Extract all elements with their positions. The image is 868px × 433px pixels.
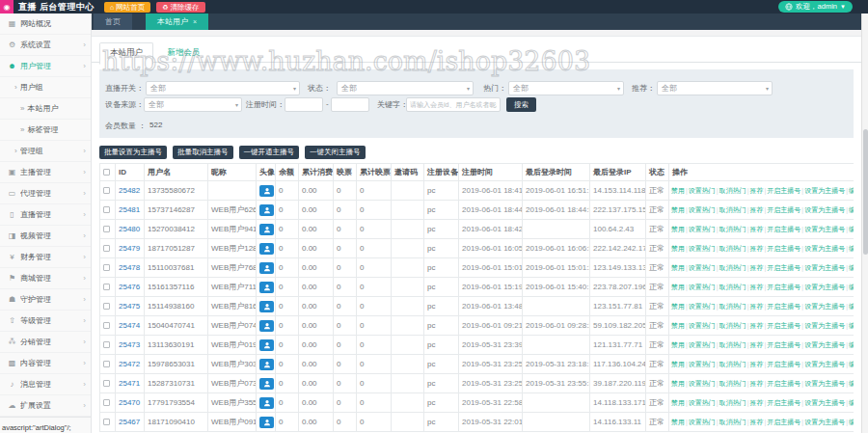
op-link-1[interactable]: 设置热门 [689, 361, 716, 367]
op-link-6[interactable]: 编辑 [849, 303, 854, 310]
row-checkbox[interactable] [103, 399, 110, 406]
avatar[interactable] [259, 262, 274, 274]
sidebar-item-标签管理[interactable]: »标签管理 [0, 120, 91, 141]
subtab-add-member[interactable]: 新增会员 [157, 43, 209, 64]
op-link-3[interactable]: 推荐 [749, 226, 763, 232]
op-link-0[interactable]: 禁用 [671, 361, 685, 367]
tab-current-page[interactable]: 本站用户× [146, 14, 208, 30]
op-link-6[interactable]: 编辑 [849, 245, 854, 252]
op-link-0[interactable]: 禁用 [671, 399, 685, 406]
row-checkbox[interactable] [103, 226, 110, 232]
op-link-5[interactable]: 设置为主播号 [804, 419, 845, 425]
op-link-2[interactable]: 取消热门 [719, 380, 746, 387]
avatar[interactable] [259, 282, 274, 293]
op-link-3[interactable]: 推荐 [749, 341, 763, 348]
subtab-site-users[interactable]: 本站用户 [99, 42, 153, 65]
op-link-6[interactable]: 编辑 [849, 206, 854, 213]
op-link-6[interactable]: 编辑 [849, 419, 854, 425]
op-link-1[interactable]: 设置热门 [689, 245, 716, 252]
row-checkbox[interactable] [103, 206, 110, 213]
op-link-6[interactable]: 编辑 [849, 264, 854, 271]
op-link-5[interactable]: 设置为主播号 [804, 380, 845, 387]
op-link-1[interactable]: 设置热门 [689, 322, 716, 329]
op-link-3[interactable]: 推荐 [749, 187, 763, 194]
op-link-4[interactable]: 开启主播号 [767, 341, 800, 348]
op-link-2[interactable]: 取消热门 [719, 361, 746, 367]
op-link-3[interactable]: 推荐 [749, 419, 763, 425]
op-link-3[interactable]: 推荐 [749, 264, 763, 271]
row-checkbox[interactable] [103, 419, 110, 425]
op-link-4[interactable]: 开启主播号 [767, 245, 800, 252]
op-link-6[interactable]: 编辑 [849, 322, 854, 329]
op-link-5[interactable]: 设置为主播号 [804, 322, 845, 329]
select-all-checkbox[interactable] [103, 169, 110, 176]
sidebar-item-level[interactable]: ⇧等级管理› [0, 311, 91, 332]
sidebar-item-anchor[interactable]: ▣主播管理› [0, 162, 91, 183]
keyword-input[interactable] [406, 97, 501, 112]
op-link-3[interactable]: 推荐 [749, 322, 763, 329]
op-link-0[interactable]: 禁用 [671, 226, 685, 232]
sidebar-item-shop[interactable]: ⚑商城管理› [0, 268, 91, 289]
op-link-0[interactable]: 禁用 [671, 303, 685, 310]
op-link-6[interactable]: 编辑 [849, 380, 854, 387]
op-link-2[interactable]: 取消热门 [719, 322, 746, 329]
op-link-0[interactable]: 禁用 [671, 206, 685, 213]
op-link-5[interactable]: 设置为主播号 [804, 187, 845, 194]
sidebar-item-管理组[interactable]: ›管理组› [0, 141, 91, 162]
sidebar-item-本站用户[interactable]: »本站用户 [0, 98, 91, 120]
sidebar-item-bell[interactable]: ♪消息管理› [0, 374, 91, 395]
op-link-5[interactable]: 设置为主播号 [804, 206, 845, 213]
device-select[interactable]: 全部▾ [144, 97, 242, 112]
avatar[interactable] [259, 378, 274, 390]
avatar[interactable] [259, 204, 274, 216]
sidebar-item-用户组[interactable]: ›用户组 [0, 77, 91, 98]
op-link-1[interactable]: 设置热门 [689, 399, 716, 406]
batch-button-2[interactable]: 一键开通主播号 [239, 146, 300, 159]
op-link-0[interactable]: 禁用 [671, 284, 685, 290]
op-link-6[interactable]: 编辑 [849, 187, 854, 194]
op-link-2[interactable]: 取消热门 [719, 341, 746, 348]
regtime-end-input[interactable] [331, 97, 369, 112]
sidebar-item-users[interactable]: ☻用户管理› [0, 56, 91, 77]
op-link-5[interactable]: 设置为主播号 [804, 341, 845, 348]
row-checkbox[interactable] [103, 341, 110, 348]
op-link-0[interactable]: 禁用 [671, 380, 685, 387]
op-link-2[interactable]: 取消热门 [719, 264, 746, 271]
op-link-4[interactable]: 开启主播号 [767, 187, 800, 194]
switch-select[interactable]: 全部▾ [146, 81, 300, 95]
op-link-4[interactable]: 开启主播号 [767, 419, 800, 425]
op-link-6[interactable]: 编辑 [849, 341, 854, 348]
op-link-1[interactable]: 设置热门 [689, 303, 716, 310]
clear-cache-button[interactable]: ♻清除缓存 [156, 2, 204, 13]
row-checkbox[interactable] [103, 361, 110, 367]
op-link-1[interactable]: 设置热门 [689, 264, 716, 271]
batch-button-1[interactable]: 批量取消主播号 [173, 146, 233, 159]
search-button[interactable]: 搜索 [506, 97, 536, 112]
op-link-4[interactable]: 开启主播号 [767, 303, 800, 310]
sidebar-item-finance[interactable]: ¥财务管理› [0, 247, 91, 268]
op-link-1[interactable]: 设置热门 [689, 341, 716, 348]
avatar[interactable] [259, 417, 274, 428]
op-link-1[interactable]: 设置热门 [689, 187, 716, 194]
op-link-0[interactable]: 禁用 [671, 187, 685, 194]
op-link-2[interactable]: 取消热门 [719, 187, 746, 194]
op-link-3[interactable]: 推荐 [749, 245, 763, 252]
avatar[interactable] [259, 359, 274, 370]
batch-button-0[interactable]: 批量设置为主播号 [99, 146, 167, 159]
status-select[interactable]: 全部▾ [337, 81, 474, 95]
avatar[interactable] [259, 243, 274, 255]
op-link-0[interactable]: 禁用 [671, 341, 685, 348]
row-checkbox[interactable] [103, 284, 110, 290]
op-link-4[interactable]: 开启主播号 [767, 399, 800, 406]
op-link-6[interactable]: 编辑 [849, 361, 854, 367]
op-link-0[interactable]: 禁用 [671, 322, 685, 329]
avatar[interactable] [259, 339, 274, 351]
op-link-0[interactable]: 禁用 [671, 419, 685, 425]
recommend-select[interactable]: 全部▾ [657, 81, 773, 95]
op-link-1[interactable]: 设置热门 [689, 284, 716, 290]
op-link-2[interactable]: 取消热门 [719, 226, 746, 232]
op-link-3[interactable]: 推荐 [749, 206, 763, 213]
op-link-3[interactable]: 推荐 [749, 399, 763, 406]
op-link-5[interactable]: 设置为主播号 [804, 361, 845, 367]
op-link-5[interactable]: 设置为主播号 [804, 399, 845, 406]
